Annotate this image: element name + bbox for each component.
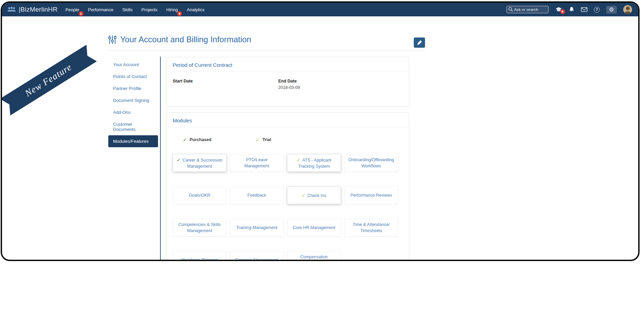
vertical-divider	[160, 57, 161, 261]
sidebar-item-partner-profile[interactable]: Partner Profile	[108, 82, 158, 94]
legend-purchased-label: Purchased	[190, 137, 211, 142]
nav-item-label: Analytics	[187, 7, 204, 12]
module-tile-ats[interactable]: ✓ATS - Applicant Tracking System	[287, 154, 341, 172]
nav-item-label: Performance	[88, 7, 113, 12]
module-tile-compensation-management[interactable]: Compensation Management	[287, 251, 341, 261]
module-tile-label: ATS - Applicant Tracking System	[298, 158, 331, 169]
settings-sidebar: Your Account Points of Contact Partner P…	[108, 59, 158, 147]
module-tile-career-succession[interactable]: ✓Career & Succession Management	[173, 154, 226, 172]
module-tile-workforce-planning[interactable]: Workforce Planning	[173, 251, 226, 261]
modules-legend: ✓ Purchased ✓ Trial	[173, 137, 403, 142]
help-icon: ?	[594, 7, 600, 13]
contract-period-card: Period of Current Contract Start Date En…	[166, 57, 409, 107]
page-title-row: Your Account and Billing Information	[108, 35, 251, 44]
module-tile-performance-reviews[interactable]: Performance Reviews	[344, 186, 398, 204]
end-date-value: 2018-03-09	[278, 85, 384, 90]
nav-item-people[interactable]: People 2	[61, 3, 83, 16]
learning-badge: 6	[560, 9, 565, 14]
people-group-icon	[7, 6, 16, 13]
module-tile-check-ins[interactable]: ✓Check Ins	[287, 186, 341, 204]
trial-check-icon: ✓	[302, 193, 306, 198]
nav-item-analytics[interactable]: Analytics	[182, 3, 209, 16]
module-tile-training[interactable]: Training Management	[230, 219, 284, 237]
module-tile-label: Career & Succession Management	[183, 158, 222, 169]
modules-card: Modules ✓ Purchased ✓ Trial ✓Career & Su…	[166, 112, 409, 261]
hiring-badge: 6	[177, 11, 182, 16]
module-tile-pto-leave[interactable]: PTO/Leave Management	[230, 154, 284, 172]
clean-button[interactable]	[414, 37, 425, 48]
brush-icon	[417, 40, 422, 45]
sidebar-item-your-account[interactable]: Your Account	[108, 59, 158, 71]
nav-item-projects[interactable]: Projects	[137, 3, 162, 16]
module-tile-goals-okr[interactable]: Goals/OKR	[173, 186, 226, 204]
people-badge: 2	[79, 11, 83, 16]
navbar-right-cluster: 6 ? ⚙	[506, 5, 633, 14]
brand-logo[interactable]: |BizMerlinHR	[7, 6, 58, 13]
end-date-label: End Date	[278, 79, 384, 83]
module-tile-onboarding[interactable]: Onboarding/Offboarding Workflows	[344, 154, 398, 172]
sidebar-item-add-ons[interactable]: Add-Ons	[108, 106, 158, 118]
module-tile-label: Performance Reviews	[350, 192, 392, 198]
module-tile-label: Competencies & Skills Management	[176, 222, 223, 234]
title-divider	[108, 50, 426, 51]
messages-button[interactable]	[581, 7, 587, 12]
new-feature-ribbon: New Feature	[1, 45, 97, 116]
legend-trial: ✓ Trial	[256, 137, 271, 142]
gear-icon: ⚙	[609, 7, 614, 13]
module-tile-core-hr[interactable]: Core HR Management	[287, 219, 341, 237]
nav-item-hiring[interactable]: Hiring 6	[162, 3, 182, 16]
module-tile-label: Workforce Planning	[181, 257, 218, 261]
module-tile-label: PTO/Leave Management	[234, 157, 280, 169]
module-tile-feedback[interactable]: Feedback	[230, 186, 284, 204]
nav-item-label: People	[65, 7, 79, 12]
top-navbar: |BizMerlinHR People 2 Performance Skills…	[2, 3, 638, 16]
module-tile-label: Onboarding/Offboarding Workflows	[348, 157, 394, 169]
module-tile-label: Time & Attendance/ Timesheets	[348, 222, 394, 234]
contract-card-title: Period of Current Contract	[167, 57, 409, 72]
sidebar-item-customer-documents[interactable]: Customer Documents	[108, 118, 158, 135]
nav-item-performance[interactable]: Performance	[84, 3, 118, 16]
sidebar-item-modules-features[interactable]: Modules/Features	[108, 135, 158, 147]
nav-item-label: Projects	[141, 7, 157, 12]
modules-grid: ✓Career & Succession Management PTO/Leav…	[173, 154, 403, 261]
contract-card-body: Start Date End Date 2018-03-09	[167, 72, 409, 97]
trial-check-icon: ✓	[256, 137, 260, 142]
app-window: |BizMerlinHR People 2 Performance Skills…	[1, 1, 640, 261]
page-title: Your Account and Billing Information	[120, 35, 251, 44]
nav-links: People 2 Performance Skills Projects Hir…	[61, 3, 209, 16]
search-icon	[508, 7, 513, 13]
module-tile-competencies-skills[interactable]: Competencies & Skills Management	[173, 219, 226, 237]
learning-button[interactable]: 6	[555, 7, 562, 12]
help-button[interactable]: ?	[594, 7, 600, 13]
nav-item-label: Hiring	[166, 7, 178, 12]
legend-purchased: ✓ Purchased	[183, 137, 211, 142]
purchased-check-icon: ✓	[177, 157, 181, 163]
settings-button[interactable]: ⚙	[606, 6, 617, 14]
main-content: New Feature Your Account and Billing Inf…	[2, 16, 638, 261]
start-date-field: Start Date	[173, 79, 278, 90]
sidebar-item-points-of-contact[interactable]: Points of Contact	[108, 71, 158, 82]
module-tile-time-attendance[interactable]: Time & Attendance/ Timesheets	[344, 219, 398, 237]
brand-text: |BizMerlinHR	[19, 6, 58, 13]
ribbon-label: New Feature	[23, 62, 74, 99]
nav-item-label: Skills	[122, 7, 132, 12]
envelope-icon	[581, 7, 587, 12]
modules-card-title: Modules	[167, 113, 409, 127]
module-tile-label: Feedback	[248, 192, 266, 198]
module-tile-label: Training Management	[236, 225, 277, 231]
start-date-value	[173, 85, 278, 90]
notifications-button[interactable]	[569, 6, 575, 13]
avatar[interactable]	[623, 5, 632, 14]
sliders-icon	[108, 35, 116, 44]
module-tile-label: Core HR Management	[293, 225, 335, 231]
modules-card-body: ✓ Purchased ✓ Trial ✓Career & Succession…	[167, 127, 409, 261]
module-tile-label: Compensation Management	[291, 254, 337, 261]
end-date-field: End Date 2018-03-09	[278, 79, 384, 90]
sidebar-item-document-signing[interactable]: Document Signing	[108, 94, 158, 106]
module-tile-label: Expense Management	[235, 257, 278, 261]
nav-item-skills[interactable]: Skills	[118, 3, 137, 16]
module-tile-label: Check Ins	[308, 193, 327, 198]
module-tile-expense-management[interactable]: Expense Management	[230, 251, 284, 261]
purchased-check-icon: ✓	[183, 137, 187, 142]
legend-trial-label: Trial	[262, 137, 271, 142]
